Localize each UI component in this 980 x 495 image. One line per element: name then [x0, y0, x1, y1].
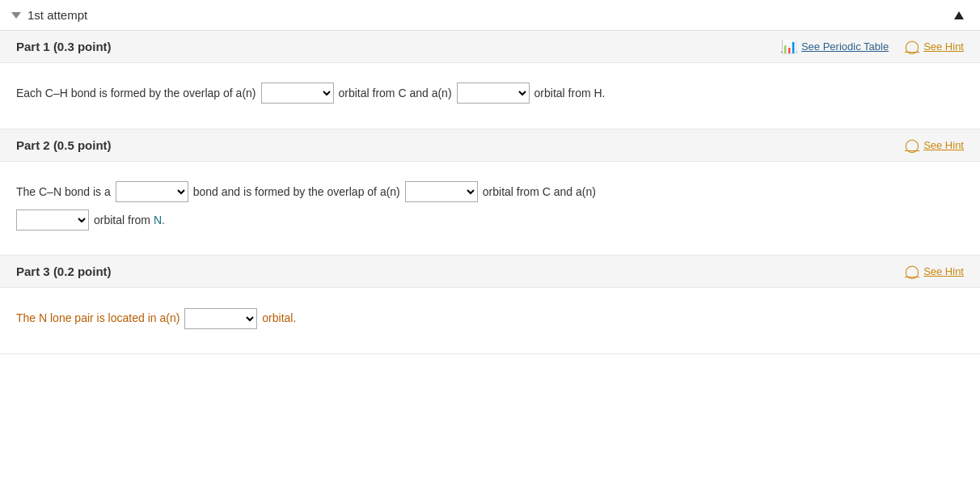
- part2-text-between-selects: bond and is formed by the overlap of a(n…: [193, 180, 400, 205]
- see-periodic-table-link[interactable]: 📊 See Periodic Table: [781, 39, 889, 54]
- part2-select3[interactable]: [16, 209, 89, 231]
- part1-text-after-select2: orbital from H.: [534, 81, 606, 106]
- hint-icon: ◯: [905, 39, 919, 54]
- part2-header-right: ◯ See Hint: [905, 138, 964, 153]
- part2-content: The C–N bond is a bond and is formed by …: [0, 162, 980, 256]
- part3-text-after-select: orbital.: [262, 306, 296, 331]
- part2-title: Part 2 (0.5 point): [16, 138, 112, 152]
- part1-text-between-selects: orbital from C and a(n): [339, 81, 452, 106]
- part1-content: Each C–H bond is formed by the overlap o…: [0, 63, 980, 129]
- top-bar: 1st attempt: [0, 0, 980, 31]
- attempt-label: 1st attempt: [11, 8, 87, 22]
- part3-content: The N lone pair is located in a(n) orbit…: [0, 288, 980, 353]
- part3-section: Part 3 (0.2 point) ◯ See Hint The N lone…: [0, 256, 980, 354]
- part3-header-right: ◯ See Hint: [905, 264, 964, 279]
- part1-header-right: 📊 See Periodic Table ◯ See Hint: [781, 39, 964, 54]
- part1-text-before-select1: Each C–H bond is formed by the overlap o…: [16, 81, 256, 106]
- part2-section: Part 2 (0.5 point) ◯ See Hint The C–N bo…: [0, 129, 980, 256]
- part3-header: Part 3 (0.2 point) ◯ See Hint: [0, 256, 980, 288]
- periodic-table-icon: 📊: [781, 39, 797, 54]
- part2-text-line1: The C–N bond is a bond and is formed by …: [16, 180, 964, 205]
- part2-text-line2: orbital from N.: [16, 208, 964, 233]
- part3-select1[interactable]: [184, 308, 257, 329]
- collapse-chevron-icon[interactable]: [11, 12, 21, 19]
- part2-text-after-select2: orbital from C and a(n): [483, 180, 596, 205]
- part1-title: Part 1 (0.3 point): [16, 40, 112, 53]
- part1-see-hint-link[interactable]: ◯ See Hint: [905, 39, 964, 54]
- part2-text-before-select1: The C–N bond is a: [16, 180, 111, 205]
- part1-header: Part 1 (0.3 point) 📊 See Periodic Table …: [0, 31, 980, 63]
- part1-select1[interactable]: [261, 82, 334, 104]
- part3-title: Part 3 (0.2 point): [16, 264, 112, 278]
- part2-header: Part 2 (0.5 point) ◯ See Hint: [0, 129, 980, 162]
- part1-select2[interactable]: [457, 82, 530, 104]
- part2-select1[interactable]: [116, 181, 188, 202]
- part3-text-before-select: The N lone pair is located in a(n): [16, 306, 180, 331]
- part1-section: Part 1 (0.3 point) 📊 See Periodic Table …: [0, 31, 980, 129]
- part2-text-end: orbital from N.: [94, 208, 165, 233]
- part3-text-line: The N lone pair is located in a(n) orbit…: [16, 306, 964, 331]
- hint-icon-3: ◯: [905, 264, 919, 279]
- page-wrapper: 1st attempt Part 1 (0.3 point) 📊 See Per…: [0, 0, 980, 495]
- part2-see-hint-link[interactable]: ◯ See Hint: [905, 138, 964, 153]
- part1-text-line: Each C–H bond is formed by the overlap o…: [16, 81, 964, 106]
- part2-select2[interactable]: [405, 181, 478, 202]
- hint-icon-2: ◯: [905, 138, 919, 153]
- part3-see-hint-link[interactable]: ◯ See Hint: [905, 264, 964, 279]
- part2-highlight-n: N.: [154, 214, 165, 226]
- expand-chevron-icon[interactable]: [954, 11, 964, 19]
- attempt-title: 1st attempt: [27, 8, 87, 22]
